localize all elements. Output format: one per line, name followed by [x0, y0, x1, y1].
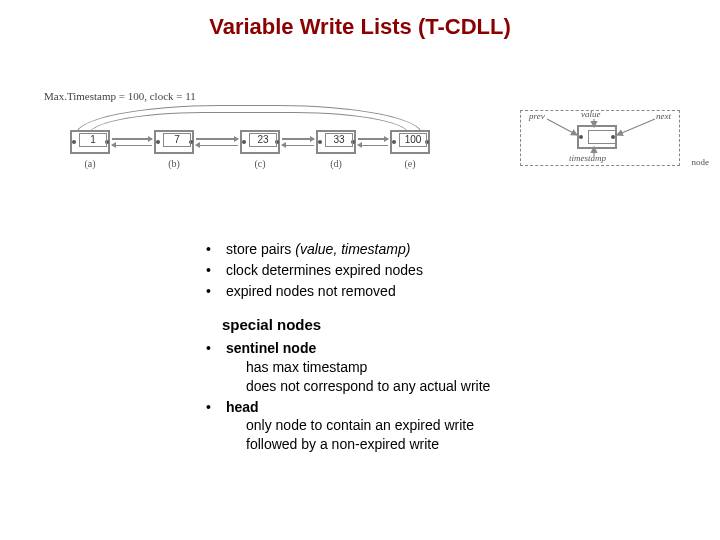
link-de [358, 138, 388, 146]
bullet-item: sentinel node has max timestamp does not… [206, 339, 588, 396]
special-heading: special nodes [222, 315, 588, 335]
list-node-e: 100 (e) [390, 130, 430, 154]
list-node-d: 33 (d) [316, 130, 356, 154]
sub-line: followed by a non-expired write [226, 435, 588, 454]
node-label: (a) [70, 158, 110, 169]
node-value: 100 [399, 133, 427, 147]
special-bullets: sentinel node has max timestamp does not… [188, 339, 588, 454]
diagram: Max.Timestamp = 100, clock = 11 1 (a) 7 … [40, 90, 680, 210]
sub-line: does not correspond to any actual write [226, 377, 588, 396]
list-node-a: 1 (a) [70, 130, 110, 154]
node-label: (c) [240, 158, 280, 169]
bullet-item: clock determines expired nodes [206, 261, 588, 280]
bullet-item: head only node to contain an expired wri… [206, 398, 588, 455]
svg-line-3 [617, 119, 655, 135]
link-cd [282, 138, 314, 146]
list-node-c: 23 (c) [240, 130, 280, 154]
link-ab [112, 138, 152, 146]
node-value: 33 [325, 133, 353, 147]
node-label: (d) [316, 158, 356, 169]
sub-line: only node to contain an expired write [226, 416, 588, 435]
main-bullets: store pairs (value, timestamp) clock det… [188, 240, 588, 301]
sub-line: has max timestamp [226, 358, 588, 377]
node-label: (e) [390, 158, 430, 169]
node-schema: prev value next timestamp node [520, 110, 680, 166]
node-value: 7 [163, 133, 191, 147]
schema-node-label: node [692, 157, 710, 167]
slide-title: Variable Write Lists (T-CDLL) [0, 14, 720, 40]
link-bc [196, 138, 238, 146]
content: store pairs (value, timestamp) clock det… [188, 240, 588, 468]
node-label: (b) [154, 158, 194, 169]
diagram-meta: Max.Timestamp = 100, clock = 11 [44, 90, 196, 102]
bullet-item: store pairs (value, timestamp) [206, 240, 588, 259]
node-value: 1 [79, 133, 107, 147]
list-node-b: 7 (b) [154, 130, 194, 154]
node-value: 23 [249, 133, 277, 147]
schema-arrows [521, 111, 681, 167]
svg-line-2 [547, 119, 577, 135]
bullet-item: expired nodes not removed [206, 282, 588, 301]
